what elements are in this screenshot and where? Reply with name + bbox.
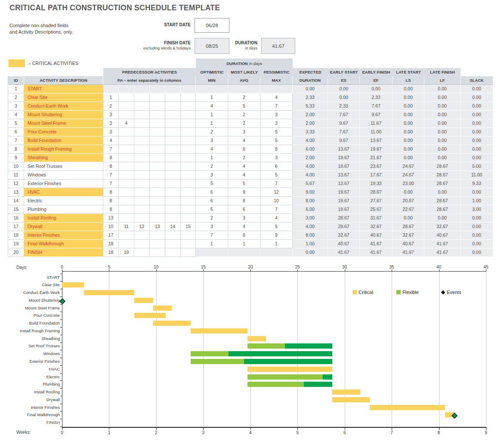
pa-cell[interactable] [150, 145, 165, 154]
max-cell[interactable]: 4 [260, 93, 293, 102]
pa-cell[interactable] [134, 136, 150, 145]
min-cell[interactable]: 3 [196, 222, 228, 231]
pa-cell[interactable] [134, 231, 150, 240]
pa-cell[interactable] [165, 240, 181, 248]
pa-cell[interactable] [119, 214, 134, 222]
avg-cell[interactable]: 4 [228, 171, 260, 179]
avg-cell[interactable]: 5 [228, 179, 260, 188]
pa-cell[interactable] [181, 197, 196, 205]
avg-cell[interactable]: 3 [228, 214, 260, 222]
pa-cell[interactable] [150, 102, 165, 111]
avg-cell[interactable]: 8 [228, 231, 260, 240]
pa-cell[interactable] [134, 248, 150, 257]
max-cell[interactable]: 12 [260, 188, 293, 197]
avg-cell[interactable]: 4 [228, 162, 260, 171]
activity-cell[interactable]: Mount Shuttering [24, 111, 103, 119]
pa-cell[interactable]: 3 [103, 119, 119, 128]
max-cell[interactable]: 3 [260, 111, 293, 119]
pa-cell[interactable]: 7 [103, 179, 119, 188]
pa-cell[interactable] [134, 128, 150, 136]
avg-cell[interactable]: 6 [228, 205, 260, 214]
activity-cell[interactable]: Install Roofing [24, 214, 103, 222]
pa-cell[interactable] [181, 188, 196, 197]
pa-cell[interactable] [119, 171, 134, 179]
pa-cell[interactable] [150, 188, 165, 197]
pa-cell[interactable] [150, 154, 165, 162]
pa-cell[interactable] [181, 136, 196, 145]
avg-cell[interactable]: 3 [228, 128, 260, 136]
pa-cell[interactable] [181, 111, 196, 119]
pa-cell[interactable] [181, 231, 196, 240]
pa-cell[interactable] [165, 145, 181, 154]
min-cell[interactable]: 1 [196, 119, 228, 128]
pa-cell[interactable] [181, 171, 196, 179]
activity-cell[interactable]: HVAC [24, 188, 103, 197]
max-cell[interactable]: 8 [260, 145, 293, 154]
activity-cell[interactable]: FINISH [24, 248, 103, 257]
max-cell[interactable]: 5 [260, 222, 293, 231]
pa-cell[interactable] [150, 111, 165, 119]
min-cell[interactable]: 2 [196, 162, 228, 171]
min-cell[interactable]: 1 [196, 240, 228, 248]
avg-cell[interactable]: 6 [228, 145, 260, 154]
pa-cell[interactable] [119, 231, 134, 240]
pa-cell[interactable] [119, 188, 134, 197]
pa-cell[interactable] [181, 102, 196, 111]
pa-cell[interactable] [134, 205, 150, 214]
pa-cell[interactable] [165, 205, 181, 214]
min-cell[interactable]: 1 [196, 154, 228, 162]
pa-cell[interactable] [134, 145, 150, 154]
pa-cell[interactable] [165, 119, 181, 128]
pa-cell[interactable] [165, 93, 181, 102]
pa-cell[interactable] [134, 179, 150, 188]
avg-cell[interactable]: 1 [228, 240, 260, 248]
pa-cell[interactable]: 19 [119, 248, 134, 257]
pa-cell[interactable] [181, 154, 196, 162]
pa-cell[interactable]: 1 [103, 93, 119, 102]
pa-cell[interactable] [165, 214, 181, 222]
pa-cell[interactable]: 8 [103, 197, 119, 205]
min-cell[interactable]: 2 [196, 214, 228, 222]
max-cell[interactable]: 5 [260, 136, 293, 145]
pa-cell[interactable]: 18 [103, 248, 119, 257]
pa-cell[interactable]: 15 [181, 222, 196, 231]
pa-cell[interactable] [150, 119, 165, 128]
pa-cell[interactable] [119, 205, 134, 214]
pa-cell[interactable] [134, 188, 150, 197]
pa-cell[interactable] [150, 197, 165, 205]
min-cell[interactable]: 5 [196, 205, 228, 214]
pa-cell[interactable] [181, 179, 196, 188]
pa-cell[interactable] [119, 145, 134, 154]
pa-cell[interactable]: 3 [103, 128, 119, 136]
pa-cell[interactable] [134, 214, 150, 222]
pa-cell[interactable] [150, 93, 165, 102]
min-cell[interactable]: 3 [196, 171, 228, 179]
pa-cell[interactable] [165, 162, 181, 171]
max-cell[interactable]: 7 [260, 179, 293, 188]
pa-cell[interactable]: 12 [134, 222, 150, 231]
pa-cell[interactable] [181, 214, 196, 222]
max-cell[interactable]: 4 [260, 214, 293, 222]
activity-cell[interactable]: Windows [24, 171, 103, 179]
activity-cell[interactable]: Interior Finishes [24, 231, 103, 240]
max-cell[interactable]: 5 [260, 128, 293, 136]
pa-cell[interactable] [119, 93, 134, 102]
min-cell[interactable]: 4 [196, 102, 228, 111]
activity-cell[interactable]: Build Foundation [24, 136, 103, 145]
min-cell[interactable]: 7 [196, 231, 228, 240]
pa-cell[interactable] [150, 128, 165, 136]
activity-cell[interactable]: Electric [24, 197, 103, 205]
pa-cell[interactable]: 8 [103, 162, 119, 171]
max-cell[interactable]: 3 [260, 154, 293, 162]
min-cell[interactable]: 1 [196, 111, 228, 119]
avg-cell[interactable]: 8 [228, 197, 260, 205]
pa-cell[interactable]: 11 [119, 222, 134, 231]
pa-cell[interactable] [181, 119, 196, 128]
pa-cell[interactable] [150, 171, 165, 179]
pa-cell[interactable]: 8 [103, 154, 119, 162]
avg-cell[interactable]: 4 [228, 222, 260, 231]
min-cell[interactable]: 6 [196, 197, 228, 205]
pa-cell[interactable]: 7 [103, 171, 119, 179]
pa-cell[interactable] [165, 171, 181, 179]
activity-cell[interactable]: Drywall [24, 222, 103, 231]
